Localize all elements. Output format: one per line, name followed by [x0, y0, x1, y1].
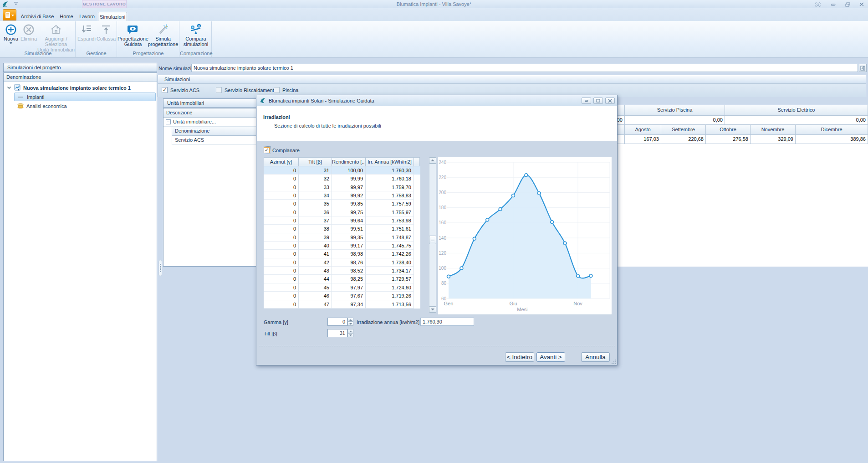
service-checkbox-field: ✓Servizio ACS: [162, 87, 199, 93]
svg-text:A: A: [192, 26, 194, 29]
house-icon: [50, 23, 62, 36]
close-icon[interactable]: [857, 1, 866, 7]
sim-name-input[interactable]: Nuova simulazione impianto solare termic…: [191, 64, 858, 72]
dialog-close-icon[interactable]: [605, 98, 615, 104]
collapse-box-icon[interactable]: [166, 119, 171, 124]
service-checkbox-field: Piscina: [274, 87, 298, 93]
aggiungi-seleziona-label: Aggiungi / Seleziona Unità Immobiliari: [37, 36, 75, 52]
minimize-button[interactable]: [829, 1, 838, 7]
tilt-spinner[interactable]: [347, 329, 353, 337]
scrollbar-thumb[interactable]: [429, 236, 436, 244]
compara-simulazioni-button[interactable]: AB Compara simulazioni: [181, 22, 211, 47]
application-menu-button[interactable]: [3, 9, 16, 21]
annual-irradiation-field[interactable]: 1.760,30: [420, 318, 474, 326]
nuova-button[interactable]: Nuova: [2, 22, 20, 44]
table-row[interactable]: 03699,751.755,97: [264, 208, 420, 216]
tree-column-header[interactable]: Denominazione: [4, 73, 157, 82]
service-checkbox[interactable]: [216, 87, 222, 93]
column-header[interactable]: Rendimento [...: [332, 157, 366, 166]
restore-button[interactable]: [843, 1, 852, 7]
table-header-cell[interactable]: Novembre: [751, 125, 796, 135]
service-checkbox[interactable]: ✓: [162, 87, 168, 93]
scroll-down-icon[interactable]: [429, 306, 436, 313]
progettazione-guidata-button[interactable]: Progettazione Guidata: [119, 22, 147, 47]
table-row[interactable]: 03399,971.759,70: [264, 183, 420, 191]
collassa-button[interactable]: Collassa: [96, 22, 116, 41]
next-button[interactable]: Avanti >: [536, 352, 565, 362]
spin-down-icon[interactable]: [347, 322, 353, 326]
table-cell: 1.748,87: [366, 233, 414, 242]
spin-up-icon[interactable]: [347, 329, 353, 333]
table-row[interactable]: 04099,171.745,75: [264, 242, 420, 250]
back-button[interactable]: < Indietro: [505, 352, 534, 362]
chevron-down-icon[interactable]: [7, 85, 11, 91]
table-header-cell[interactable]: Ottobre: [706, 125, 751, 135]
table-row[interactable]: 04198,981.742,26: [264, 250, 420, 258]
gamma-stepper[interactable]: 0: [327, 318, 347, 326]
table-cell: 167,03: [625, 135, 661, 144]
table-row[interactable]: 04597,971.724,60: [264, 283, 420, 292]
spin-down-icon[interactable]: [347, 333, 353, 337]
dialog-restore-button[interactable]: [593, 98, 603, 104]
column-header[interactable]: Irr. Annua [kWh/m2]: [366, 157, 414, 166]
service-checkbox[interactable]: [274, 87, 280, 93]
table-cell: 34: [299, 191, 332, 200]
tab-simulazioni[interactable]: Simulazioni: [98, 12, 127, 21]
chevron-down-icon: [10, 42, 12, 44]
aggiungi-seleziona-button[interactable]: Aggiungi / Seleziona Unità Immobiliari: [37, 22, 75, 52]
espandi-button[interactable]: Espandi: [77, 22, 96, 41]
irradiation-table: Azimut [γ]Tilt [β]Rendimento [...Irr. An…: [264, 157, 420, 309]
table-header-cell[interactable]: Servizio Elettrico: [725, 105, 868, 116]
table-cell: 0,00: [725, 116, 868, 125]
dialog-minimize-button[interactable]: [582, 98, 591, 104]
dialog-title-bar[interactable]: Blumatica impianti Solari - Simulazione …: [256, 95, 617, 106]
table-row[interactable]: 031100,001.760,30: [264, 166, 420, 175]
group-label-simulazione: Simulazione: [1, 51, 75, 56]
table-header-cell[interactable]: Dicembre: [796, 125, 868, 135]
tree-item-impianti[interactable]: Impianti: [14, 93, 156, 101]
table-row[interactable]: 04398,521.734,17: [264, 267, 420, 275]
table-row[interactable]: 03999,351.748,87: [264, 233, 420, 242]
resize-grip[interactable]: [612, 360, 616, 364]
column-header[interactable]: Azimut [γ]: [264, 157, 299, 166]
svg-text:240: 240: [439, 160, 446, 165]
table-row[interactable]: 04298,761.738,40: [264, 258, 420, 267]
table-row[interactable]: 03799,641.753,98: [264, 216, 420, 225]
tilt-stepper[interactable]: 31: [327, 329, 347, 337]
splitter-grip[interactable]: [158, 260, 162, 276]
table-header-cell[interactable]: Settembre: [661, 125, 706, 135]
vertical-splitter[interactable]: [158, 63, 163, 461]
cancel-button[interactable]: Annulla: [581, 352, 610, 362]
table-row[interactable]: 03599,851.757,59: [264, 200, 420, 208]
tab-archivi-di-base[interactable]: Archivi di Base: [18, 12, 56, 21]
gamma-spinner[interactable]: [347, 318, 353, 326]
spin-up-icon[interactable]: [347, 318, 353, 322]
services-groupbox: Simulazioni ✓Servizio ACSServizio Riscal…: [158, 75, 866, 97]
table-row[interactable]: 04697,671.719,26: [264, 292, 420, 300]
table-row[interactable]: 03899,511.751,61: [264, 225, 420, 233]
table-row[interactable]: 04797,341.713,56: [264, 300, 420, 309]
tree-item-label: Nuova simulazione impianto solare termic…: [23, 85, 131, 91]
pin-panel-button[interactable]: [859, 64, 867, 72]
table-header-cell[interactable]: Agosto: [625, 125, 661, 135]
tab-home[interactable]: Home: [57, 12, 76, 21]
tab-lavoro[interactable]: Lavoro: [77, 12, 97, 21]
compara-simulazioni-label: Compara simulazioni: [184, 36, 208, 47]
fullscreen-button[interactable]: [813, 1, 822, 7]
column-header[interactable]: Tilt [β]: [299, 157, 332, 166]
service-label: Servizio ACS: [170, 87, 199, 93]
service-header-row: Servizio PiscinaServizio Elettrico: [610, 105, 868, 116]
table-row[interactable]: 04498,251.729,57: [264, 275, 420, 283]
table-row[interactable]: 03499,921.758,83: [264, 191, 420, 200]
elimina-button[interactable]: Elimina: [20, 22, 37, 41]
table-header-cell[interactable]: Servizio Piscina: [625, 105, 725, 116]
table-cell: 0: [264, 216, 299, 225]
ribbon: Nuova Elimina Aggiungi / Seleziona Unità…: [0, 21, 868, 58]
simula-progettazione-button[interactable]: Simula progettazione: [148, 22, 178, 47]
tree-item-simulation[interactable]: Nuova simulazione impianto solare termic…: [4, 83, 156, 92]
table-cell: 1.724,60: [366, 283, 414, 292]
complanare-checkbox[interactable]: ✓: [264, 147, 270, 153]
scroll-up-icon[interactable]: [429, 157, 436, 164]
tree-item-analisi-economica[interactable]: Analisi economica: [4, 102, 156, 110]
table-row[interactable]: 03299,991.760,18: [264, 175, 420, 183]
